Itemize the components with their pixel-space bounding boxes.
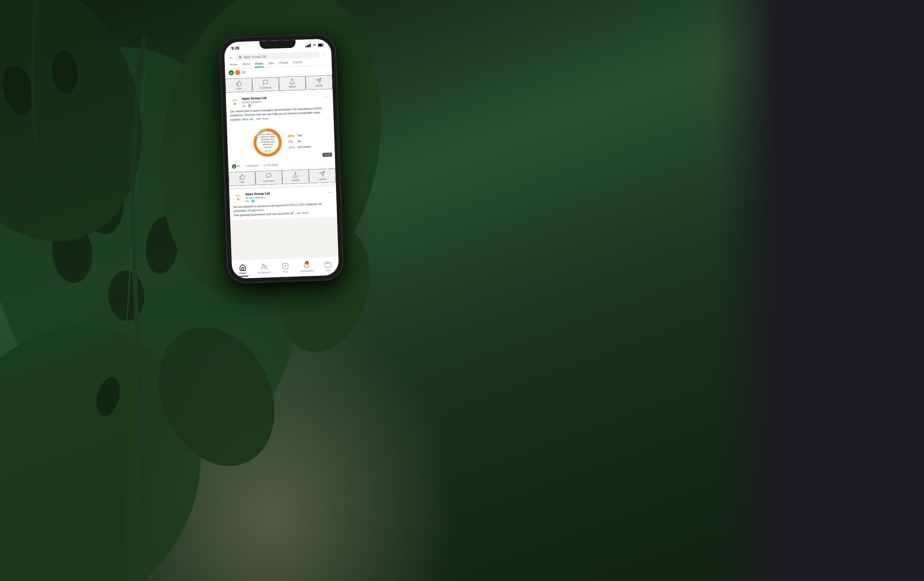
- more-button[interactable]: ···: [322, 51, 327, 57]
- share-icon: [289, 79, 295, 85]
- notifications-label: Notifications: [300, 269, 314, 272]
- bottom-nav-home[interactable]: Home: [232, 262, 254, 277]
- send-button-1[interactable]: Send: [305, 75, 332, 90]
- jobs-label: Jobs: [325, 269, 331, 272]
- bottom-nav-notifications[interactable]: 1 Notifications: [295, 259, 318, 275]
- tab-about[interactable]: About: [242, 63, 251, 68]
- search-bar[interactable]: Apex Group Ltd: [236, 51, 319, 61]
- svg-text:APEX: APEX: [232, 99, 237, 101]
- post2-see-more[interactable]: ...see more: [294, 211, 309, 215]
- comment-button-post1[interactable]: Comment: [255, 170, 282, 185]
- phone-screen: 9:26: [224, 39, 339, 279]
- svg-text:APEX: APEX: [236, 194, 241, 197]
- wifi-icon: [312, 43, 317, 47]
- celebrate-reaction: 🎉: [235, 70, 240, 75]
- post2-more-button[interactable]: ···: [328, 189, 332, 194]
- bottom-nav-jobs[interactable]: Jobs: [317, 258, 339, 274]
- send-button-post1[interactable]: Send: [309, 168, 336, 184]
- post1-reaction-count: 40: [237, 165, 240, 168]
- send-label-post1: Send: [319, 178, 325, 181]
- legend-notuseful: 10% Not useful: [289, 145, 311, 149]
- dark-right-bg: [714, 0, 924, 581]
- bottom-nav: Home My Network Post: [232, 257, 339, 279]
- post1-see-more[interactable]: ...see more: [254, 117, 268, 120]
- post1-meta: Apex Group Ltd 15,462 followers 2w · 🌐: [242, 94, 323, 108]
- comment-icon-2: [266, 173, 272, 179]
- svg-point-19: [239, 56, 241, 58]
- notch: [259, 40, 296, 49]
- svg-point-35: [262, 264, 264, 266]
- briefcase-icon: [324, 261, 332, 268]
- post2-link[interactable]: Throgmorton.: [247, 209, 264, 212]
- no-label: No: [297, 140, 301, 143]
- post-label: Post: [283, 270, 288, 273]
- tab-posts[interactable]: Posts: [254, 62, 264, 68]
- phone-body: 9:26: [219, 34, 343, 283]
- svg-rect-17: [323, 44, 323, 46]
- home-icon: [239, 264, 246, 272]
- post-card-2: APEX Apex Group Ltd 15,462 followers 3w …: [229, 186, 337, 221]
- post1-link[interactable]: https://ln: [242, 117, 253, 121]
- first-reaction-count: 30: [241, 70, 245, 74]
- nav-top: ← Apex Group Ltd ···: [229, 51, 327, 61]
- esg-chart: Do you think ESG readiness makes busines…: [227, 121, 335, 163]
- legend-no: 7% No: [288, 139, 310, 143]
- tab-people[interactable]: People: [279, 61, 289, 67]
- yes-label: Yes: [297, 134, 302, 137]
- post1-action-row: Like Comment Share Send: [228, 167, 336, 188]
- post1-avatar: APEX: [229, 97, 240, 107]
- like-emoji: 👍: [232, 164, 236, 168]
- share-label-post1: Share: [292, 178, 299, 182]
- home-label: Home: [239, 272, 246, 275]
- notification-badge: 1: [305, 261, 309, 265]
- tab-home[interactable]: Home: [229, 63, 239, 69]
- post1-comments: 1 comment: [245, 164, 258, 168]
- send-icon: [316, 77, 322, 84]
- home-active-bar: [238, 275, 248, 277]
- donut-chart: Do you think ESG readiness makes busines…: [251, 126, 284, 160]
- like-label-post1: Like: [240, 180, 245, 183]
- post1-more-button[interactable]: ···: [325, 94, 329, 99]
- chart-question: Do you think ESG readiness makes busines…: [257, 133, 277, 149]
- share-button-1[interactable]: Share: [279, 76, 306, 91]
- like-icon: [236, 81, 242, 87]
- notuseful-label: Not useful: [298, 145, 311, 149]
- bottom-nav-network[interactable]: My Network: [253, 261, 275, 276]
- like-button-1[interactable]: Like: [225, 78, 252, 93]
- comment-button-1[interactable]: Comment: [252, 77, 279, 92]
- post2-avatar: APEX: [233, 193, 243, 203]
- svg-rect-18: [318, 44, 322, 46]
- post-plus-icon: [282, 262, 289, 270]
- bottom-nav-post[interactable]: Post: [274, 260, 296, 275]
- no-pct: 7%: [288, 140, 296, 143]
- comment-label-1: Comment: [260, 86, 272, 89]
- status-icons: [305, 43, 324, 48]
- search-icon: [239, 56, 242, 59]
- like-icon-2: [239, 173, 245, 179]
- send-icon-2: [319, 171, 325, 177]
- back-button[interactable]: ←: [229, 55, 233, 60]
- svg-rect-40: [325, 263, 331, 267]
- network-label: My Network: [257, 271, 271, 274]
- content-area: 👍 🎉 30 Like Comment: [225, 65, 338, 258]
- post-card-1: APEX Apex Group Ltd 15,462 followers 2w …: [226, 91, 336, 188]
- legend-yes: 83% Yes: [288, 133, 310, 138]
- tab-events[interactable]: Events: [292, 61, 303, 66]
- like-button-post1[interactable]: Like: [228, 171, 256, 186]
- plant-background: [0, 0, 397, 581]
- status-time: 9:26: [231, 46, 239, 51]
- yes-pct: 83%: [288, 134, 296, 138]
- video-timer: 00:05: [323, 153, 332, 157]
- battery-icon: [318, 43, 324, 47]
- signal-icon: [305, 44, 311, 48]
- notuseful-pct: 10%: [289, 145, 296, 149]
- share-button-post1[interactable]: Share: [282, 169, 309, 184]
- phone-wrapper: 9:26: [219, 34, 343, 283]
- svg-line-20: [241, 58, 241, 58]
- donut-center: Do you think ESG readiness makes busines…: [257, 133, 278, 153]
- like-label-1: Like: [236, 87, 241, 90]
- comment-label-post1: Comment: [263, 179, 275, 183]
- share-icon-2: [292, 172, 299, 178]
- post2-meta: Apex Group Ltd 15,462 followers 3w · 🌐: [245, 190, 326, 203]
- tab-jobs[interactable]: Jobs: [267, 61, 275, 67]
